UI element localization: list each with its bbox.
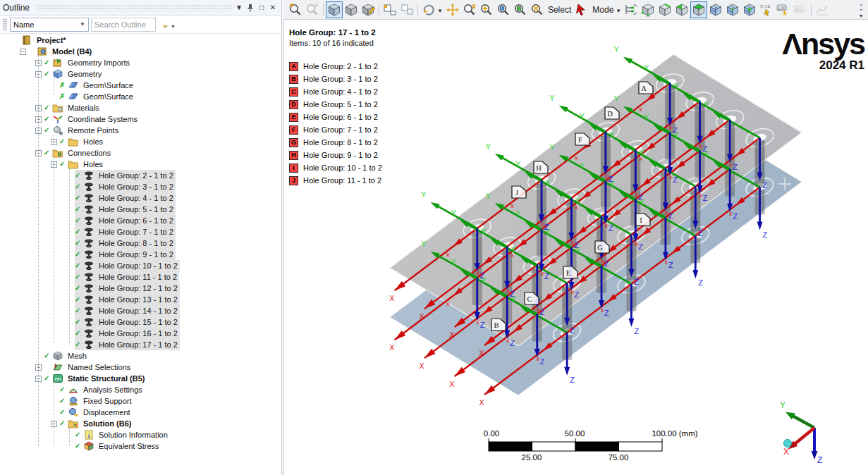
select-face-hidden-button[interactable] — [673, 1, 690, 18]
box-zoom-button[interactable] — [478, 1, 495, 18]
expand-search-chevron-icon[interactable]: ⌄ — [161, 19, 169, 30]
coordinate-picker-button[interactable]: X,Y,Z — [758, 1, 775, 18]
tree-item-fixed-support[interactable]: ✓Fixed Support — [51, 395, 133, 407]
tree-item-materials[interactable]: +✓Materials — [35, 102, 102, 113]
orientation-triad[interactable]: ZYX — [780, 400, 822, 465]
zoom-forward-button[interactable] — [304, 1, 321, 18]
svg-text:Y: Y — [704, 100, 709, 109]
svg-text:Z: Z — [604, 309, 609, 317]
select-body-button[interactable] — [707, 1, 724, 18]
hole-group-icon — [83, 261, 94, 271]
search-outline-input[interactable]: Search Outline — [91, 18, 156, 32]
tree-item-mesh[interactable]: ✓Mesh — [35, 350, 89, 362]
zoom-button[interactable] — [461, 1, 478, 18]
new-section-plane-button[interactable] — [381, 1, 398, 18]
zoom-fit-button[interactable] — [495, 1, 512, 18]
tree-item-solution-information[interactable]: ✓iSolution Information — [66, 429, 170, 440]
select-node-button[interactable] — [724, 1, 741, 18]
rotate-button[interactable] — [420, 1, 437, 18]
mode-label[interactable]: Mode — [590, 5, 616, 15]
iso-view-button[interactable] — [326, 1, 343, 18]
tree-item-hole-group-7-1-to-2[interactable]: ✓Hole Group: 7 - 1 to 2 — [66, 226, 176, 238]
select-face-button[interactable] — [690, 1, 707, 18]
panel-pin-icon[interactable] — [245, 2, 256, 13]
tree-item-label: Hole Group: 9 - 1 to 2 — [97, 249, 176, 260]
status-check-icon: ✓ — [75, 339, 82, 350]
tree-expander-collapse[interactable]: − — [20, 49, 26, 55]
geometry-icon — [52, 69, 63, 79]
panel-dropdown-icon[interactable]: ▼ — [233, 2, 245, 13]
tree-item-static-structural-b5[interactable]: −✓Static Structural (B5) — [35, 373, 147, 384]
tree-item-analysis-settings[interactable]: ✓Analysis Settings — [51, 384, 145, 395]
chart-button[interactable] — [814, 1, 831, 18]
tree-item-hole-group-12-1-to-2[interactable]: ✓Hole Group: 12 - 1 to 2 — [66, 283, 180, 294]
hole-group-icon — [83, 227, 94, 237]
label-annotation-button[interactable]: Abc — [792, 1, 809, 18]
unit-convert-button[interactable]: 100 — [775, 1, 792, 18]
tree-item-equivalent-stress[interactable]: ✓Equivalent Stress — [66, 440, 161, 452]
select-vertex-button[interactable] — [640, 1, 656, 18]
tree-item-label: Hole Group: 8 - 1 to 2 — [97, 238, 176, 249]
tree-item-hole-group-17-1-to-2[interactable]: ✓Hole Group: 17 - 1 to 2 — [66, 339, 180, 350]
select-element-button[interactable] — [741, 1, 758, 18]
toolbar-overflow-chevrons-icon[interactable]: ⌄⌄▼ — [858, 1, 867, 18]
tree-item-coordinate-systems[interactable]: +✓Coordinate Systems — [35, 113, 140, 125]
filter-field-combobox[interactable]: Name ▼ — [10, 18, 89, 32]
search-options-caret-icon[interactable]: ▼ — [171, 24, 176, 29]
view-gray-cube-button[interactable] — [343, 1, 360, 18]
mode-dropdown[interactable]: ▼ — [616, 6, 623, 14]
graphics-viewport[interactable]: xxxxXxxxxXxxxxXxxxxXxxxxXxxxxXxxxxXxxxxX… — [283, 20, 868, 475]
tree-item-model-b4[interactable]: −Model (B4) — [20, 46, 94, 57]
tree-item-geometry[interactable]: −✓Geometry — [35, 68, 104, 80]
svg-text:Z: Z — [703, 194, 708, 202]
tree-item-hole-group-16-1-to-2[interactable]: ✓Hole Group: 16 - 1 to 2 — [66, 328, 180, 339]
select-edge-button[interactable] — [656, 1, 673, 18]
select-label[interactable]: Select — [546, 5, 573, 15]
tree-item-label: Hole Group: 6 - 1 to 2 — [97, 215, 176, 226]
tree-item-hole-group-14-1-to-2[interactable]: ✓Hole Group: 14 - 1 to 2 — [66, 305, 180, 316]
rotate-dropdown[interactable]: ▼ — [437, 6, 444, 14]
zoom-back-button[interactable] — [287, 1, 304, 18]
tree-item-geom-surface[interactable]: ✗Geom\Surface — [51, 80, 135, 91]
zoom-to-selection-button[interactable] — [512, 1, 529, 18]
status-check-icon: ✓ — [59, 418, 67, 429]
svg-text:Y: Y — [485, 142, 491, 151]
tree-item-connections[interactable]: −✓Connections — [35, 147, 113, 159]
panel-maximize-icon[interactable]: □ — [256, 2, 267, 13]
legend-chip-A: A — [289, 62, 298, 71]
tree-item-named-selections[interactable]: +Named Selections — [35, 362, 133, 373]
magnifier-window-button[interactable] — [529, 1, 546, 18]
svg-text:100: 100 — [778, 5, 786, 10]
tree-item-hole-group-10-1-to-2[interactable]: ✓Hole Group: 10 - 1 to 2 — [66, 260, 180, 271]
pan-button[interactable] — [444, 1, 461, 18]
tree-item-hole-group-2-1-to-2[interactable]: ✓Hole Group: 2 - 1 to 2 — [66, 170, 176, 181]
svg-text:Z: Z — [540, 357, 545, 366]
tree-item-geom-surface[interactable]: ✗Geom\Surface — [51, 91, 135, 102]
tree-item-remote-points[interactable]: −✓Remote Points — [35, 125, 121, 136]
select-cursor-icon[interactable] — [573, 1, 590, 18]
tree-item-label: Hole Group: 3 - 1 to 2 — [97, 181, 176, 192]
panel-close-icon[interactable]: ✕ — [267, 2, 279, 13]
select-named-selection-button[interactable] — [623, 1, 640, 18]
tree-item-hole-group-5-1-to-2[interactable]: ✓Hole Group: 5 - 1 to 2 — [66, 204, 176, 215]
tree-item-hole-group-11-1-to-2[interactable]: ✓Hole Group: 11 - 1 to 2 — [66, 271, 179, 283]
svg-text:Y: Y — [644, 63, 649, 72]
project-icon — [21, 35, 32, 45]
tree-item-hole-group-6-1-to-2[interactable]: ✓Hole Group: 6 - 1 to 2 — [66, 215, 176, 226]
tree-item-project[interactable]: Project* — [4, 35, 68, 46]
tree-item-displacement[interactable]: ✓Displacement — [51, 407, 133, 418]
tree-item-holes[interactable]: −✓Holes — [51, 159, 105, 170]
new-figure-button[interactable] — [398, 1, 415, 18]
tree-item-hole-group-15-1-to-2[interactable]: ✓Hole Group: 15 - 1 to 2 — [66, 316, 180, 328]
tree-item-hole-group-8-1-to-2[interactable]: ✓Hole Group: 8 - 1 to 2 — [66, 238, 176, 249]
tree-item-geometry-imports[interactable]: +✓Geometry Imports — [35, 57, 132, 68]
tree-item-hole-group-13-1-to-2[interactable]: ✓Hole Group: 13 - 1 to 2 — [66, 294, 180, 305]
tree-item-hole-group-4-1-to-2[interactable]: ✓Hole Group: 4 - 1 to 2 — [66, 192, 176, 204]
tree-item-holes[interactable]: +✓Holes — [51, 136, 105, 147]
tree-item-hole-group-3-1-to-2[interactable]: ✓Hole Group: 3 - 1 to 2 — [66, 181, 176, 192]
svg-text:Y: Y — [640, 149, 645, 157]
tree-item-solution-b6[interactable]: −✓Solution (B6) — [51, 418, 133, 429]
legend-item-E: EHole Group: 6 - 1 to 2 — [289, 111, 382, 123]
tree-item-hole-group-9-1-to-2[interactable]: ✓Hole Group: 9 - 1 to 2 — [66, 249, 176, 260]
manage-views-button[interactable] — [360, 1, 377, 18]
